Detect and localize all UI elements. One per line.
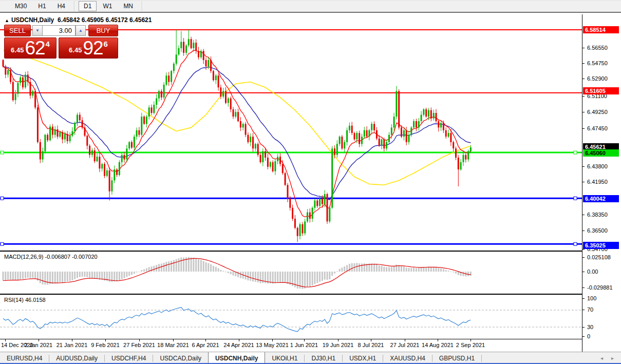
macd-histogram-bar [210,264,212,272]
candle-body [121,155,123,162]
date-label: 21 Jan 2021 [57,342,88,348]
timeframe-button-mn[interactable]: MN [118,1,138,11]
date-label: 2 Jan 2021 [25,342,52,348]
hline-handle[interactable] [574,242,577,245]
candle-body [324,194,326,204]
timeframe-button-d1[interactable]: D1 [79,1,97,11]
macd-histogram-bar [168,261,170,272]
axis-tick-label: 0.00 [587,269,598,275]
macd-histogram-bar [230,272,232,274]
candle-body [165,75,167,85]
candle-body [235,112,236,117]
volume-input[interactable] [42,25,76,36]
tab-scroll-right-icon[interactable]: ▸ [611,355,614,361]
macd-histogram-bar [178,258,180,272]
chart-tab-ukoil[interactable]: UKOil,H1 [265,352,304,364]
candle-body [282,164,284,173]
chart-tab-usdx[interactable]: USDX,H1 [343,352,383,364]
buy-price-tile[interactable]: 6.45 92 6 [59,37,118,59]
chart-tab-usdcad[interactable]: USDCAD,Daily [153,352,208,364]
macd-histogram-bar [124,272,125,278]
price-axis[interactable]: 6.565506.547506.529006.511006.492506.474… [582,14,621,352]
candle-body [346,130,348,142]
candle-body [421,115,422,121]
date-tick-mark [239,339,239,341]
candle-body [262,151,264,162]
macd-histogram-bar [40,272,41,283]
chart-tab-dj30[interactable]: DJ30,H1 [305,352,342,364]
candle-body [307,213,308,222]
candle-body [148,107,150,117]
timeframe-button-m30[interactable]: M30 [10,1,32,11]
candle-body [312,208,313,219]
date-label: 2 Sep 2021 [456,342,485,348]
chart-tab-usdcnh[interactable]: USDCNH,Daily [208,352,265,364]
sell-button[interactable]: SELL [4,25,31,36]
collapse-icon[interactable]: ▲ [5,18,9,23]
macd-histogram-bar [391,267,392,272]
macd-histogram-bar [406,267,407,272]
macd-histogram-bar [59,272,61,282]
date-tick-mark [405,339,405,341]
candle-body [119,162,120,175]
macd-histogram-bar [225,272,227,272]
price-badge: 6.51605 [583,87,619,94]
chart-tab-usdchf[interactable]: USDCHF,H4 [105,352,153,364]
candle-body [341,137,343,148]
axis-tick-mark [582,128,585,129]
volume-decrease-button[interactable]: ▼ [32,25,43,36]
macd-histogram-bar [379,265,380,272]
tab-scroll-left-icon[interactable]: ◂ [600,355,603,361]
candle-body [183,42,184,53]
date-tick-mark [371,339,371,341]
timeframe-button-h1[interactable]: H1 [33,1,51,11]
date-axis[interactable]: 14 Dec 20202 Jan 202121 Jan 20219 Feb 20… [0,339,582,352]
candle-body [69,136,71,141]
candle-body [349,126,350,130]
macd-histogram-bar [215,267,217,272]
sell-price-tile[interactable]: 6.45 62 4 [4,37,57,59]
candle-body [116,169,118,175]
macd-histogram-bar [373,264,375,272]
candle-body [410,127,412,135]
macd-histogram-bar [94,272,96,279]
candle-body [265,151,266,158]
candle-body [463,155,464,162]
macd-histogram-bar [319,272,321,282]
timeframe-button-h4[interactable]: H4 [52,1,70,11]
date-tick-mark [471,339,471,341]
candle-body [440,123,442,128]
rsi-pane[interactable] [0,295,582,339]
candle-body [213,71,214,80]
macd-histogram-bar [393,266,395,272]
candle-body [34,91,36,107]
candle-body [240,121,241,127]
macd-histogram-bar [398,265,400,272]
hline-handle[interactable] [1,242,4,245]
hline-handle[interactable] [574,151,577,154]
chart-tab-eurusd[interactable]: EURUSD,H4 [0,352,49,364]
candle-body [57,129,59,137]
chart-tab-xauusd[interactable]: XAUUSD,H4 [383,352,432,364]
chart-tab-audusd[interactable]: AUDUSD,Daily [49,352,104,364]
candle-body [398,91,400,127]
candle-body [215,75,217,80]
timeframe-button-w1[interactable]: W1 [98,1,117,11]
candle-body [277,157,278,161]
macd-histogram-bar [334,272,335,274]
macd-histogram-bar [198,259,199,272]
volume-increase-button[interactable]: ▲ [76,25,86,36]
candle-body [163,85,165,98]
macd-histogram-bar [116,272,118,281]
macd-histogram-bar [114,272,115,281]
axis-tick-mark [582,327,585,328]
hline-handle[interactable] [574,197,577,200]
rsi-canvas[interactable] [0,295,582,339]
buy-button[interactable]: BUY [88,25,118,36]
chart-tab-gbpusd[interactable]: GBPUSD,H1 [432,352,481,364]
macd-histogram-bar [344,266,345,272]
candle-body [383,140,385,149]
price-badge: 6.58514 [583,26,619,33]
hline-handle[interactable] [1,151,4,154]
hline-handle[interactable] [1,197,4,200]
